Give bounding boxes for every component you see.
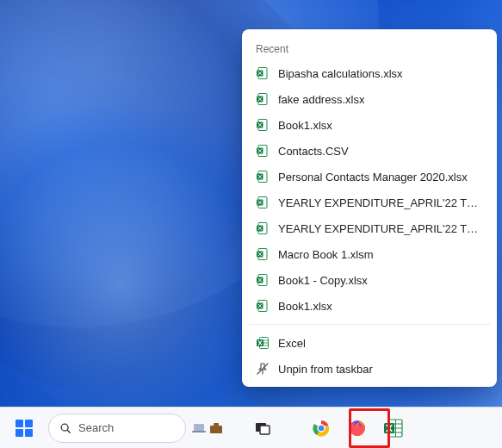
jumplist-item-label: Contacts.CSV <box>278 145 349 158</box>
jumplist-recent-item[interactable]: Contacts.CSV <box>242 138 497 164</box>
windows-logo-icon <box>15 420 33 437</box>
excel-file-icon <box>256 273 270 287</box>
jumplist-app-label: Excel <box>278 337 306 350</box>
jumplist-recent-item[interactable]: Bipasha calculations.xlsx <box>242 60 497 86</box>
excel-file-icon <box>256 144 270 158</box>
jumplist-recent-item[interactable]: YEARLY EXPENDITURE_APRIL'22 TO... <box>242 215 497 241</box>
jumplist-section-recent: Recent <box>242 38 497 60</box>
jumplist-recent-item[interactable]: Book1 - Copy.xlsx <box>242 267 497 293</box>
excel-icon <box>383 418 404 439</box>
jumplist-unpin-label: Unpin from taskbar <box>278 363 373 376</box>
excel-file-icon <box>256 170 270 184</box>
jumplist-item-label: Macro Book 1.xlsm <box>278 248 374 261</box>
jumplist-recent-item[interactable]: YEARLY EXPENDITURE_APRIL'22 TO... <box>242 190 497 215</box>
task-view-icon <box>254 420 271 437</box>
jumplist-item-label: Book1.xlsx <box>278 119 332 132</box>
jumplist-item-label: YEARLY EXPENDITURE_APRIL'22 TO... <box>278 222 483 235</box>
svg-rect-28 <box>194 424 204 431</box>
search-suggestion-icons <box>191 420 224 436</box>
jumplist-item-label: fake address.xlsx <box>278 93 364 106</box>
svg-rect-30 <box>210 426 222 433</box>
chrome-icon <box>312 419 331 438</box>
jumplist-item-label: Personal Contacts Manager 2020.xlsx <box>278 171 468 184</box>
excel-file-icon <box>256 118 270 132</box>
excel-file-icon <box>256 196 270 209</box>
jumplist-item-label: Bipasha calculations.xlsx <box>278 67 403 80</box>
excel-file-icon <box>256 299 270 313</box>
svg-rect-31 <box>214 423 219 426</box>
excel-file-icon <box>256 247 270 261</box>
svg-rect-33 <box>260 426 270 434</box>
search-icon <box>59 422 71 434</box>
excel-file-icon <box>256 221 270 235</box>
jumplist-recent-item[interactable]: fake address.xlsx <box>242 86 497 112</box>
excel-file-icon <box>256 92 270 106</box>
jumplist-app-launch[interactable]: Excel <box>242 330 497 356</box>
firefox-icon <box>348 419 367 438</box>
jumplist-recent-item[interactable]: Book1.xlsx <box>242 112 497 138</box>
separator <box>249 324 490 325</box>
search-placeholder: Search <box>78 421 114 434</box>
laptop-icon <box>191 420 207 436</box>
svg-rect-29 <box>192 431 206 432</box>
excel-app-icon <box>256 336 270 350</box>
jumplist-item-label: YEARLY EXPENDITURE_APRIL'22 TO... <box>278 196 483 209</box>
taskbar-firefox[interactable] <box>344 415 370 441</box>
jumplist-item-label: Book1 - Copy.xlsx <box>278 274 368 287</box>
jumplist-recent-item[interactable]: Book1.xlsx <box>242 293 497 319</box>
jumplist-recent-item[interactable]: Macro Book 1.xlsm <box>242 241 497 267</box>
jumplist-item-label: Book1.xlsx <box>278 300 332 313</box>
taskbar-taskview[interactable] <box>250 415 276 441</box>
excel-file-icon <box>256 66 270 80</box>
taskbar-excel[interactable] <box>381 415 406 441</box>
desktop-wallpaper: Recent Bipasha calculations.xlsx fake ad… <box>0 0 502 448</box>
jumplist-unpin[interactable]: Unpin from taskbar <box>242 356 497 382</box>
taskbar-search[interactable]: Search <box>48 414 186 443</box>
start-button[interactable] <box>10 414 38 442</box>
taskbar: Search <box>0 407 502 448</box>
excel-jumplist: Recent Bipasha calculations.xlsx fake ad… <box>242 29 497 387</box>
unpin-icon <box>256 362 270 376</box>
briefcase-icon <box>208 420 224 436</box>
taskbar-chrome[interactable] <box>308 415 334 441</box>
svg-line-27 <box>67 430 70 432</box>
jumplist-recent-item[interactable]: Personal Contacts Manager 2020.xlsx <box>242 164 497 190</box>
